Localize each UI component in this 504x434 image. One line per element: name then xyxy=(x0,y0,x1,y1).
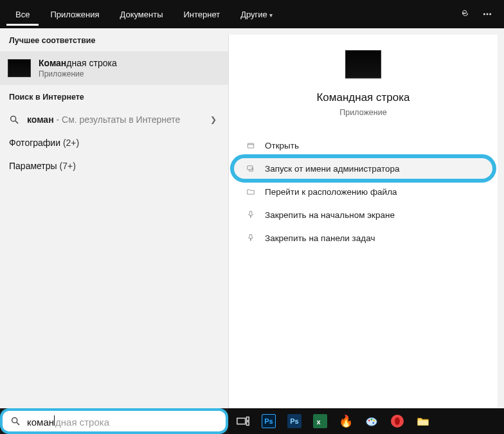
preview-subtitle: Приложение xyxy=(339,108,386,117)
svg-rect-11 xyxy=(237,418,246,424)
more-options-icon[interactable] xyxy=(477,4,498,24)
svg-point-4 xyxy=(490,14,491,15)
svg-line-10 xyxy=(17,422,19,425)
best-match-header: Лучшее соответствие xyxy=(0,28,228,51)
svg-point-1 xyxy=(465,13,466,14)
action-pin-start[interactable]: Закрепить на начальном экране xyxy=(233,203,494,226)
taskbar-app-paint[interactable] xyxy=(363,413,380,429)
svg-rect-13 xyxy=(247,422,249,426)
svg-point-18 xyxy=(371,419,373,420)
opera-icon xyxy=(391,415,404,428)
taskbar: Ps Ps x 🔥 xyxy=(228,408,504,434)
action-open[interactable]: Открыть xyxy=(233,134,494,157)
search-filter-tabs: Все Приложения Документы Интернет Другие xyxy=(0,0,504,28)
search-icon xyxy=(9,114,19,125)
preview-pane: Командная строка Приложение Открыть Запу… xyxy=(228,35,498,408)
taskbar-app-explorer[interactable] xyxy=(415,413,431,429)
text-caret xyxy=(54,415,55,426)
taskbar-app-excel[interactable]: x xyxy=(312,413,328,429)
tab-internet[interactable]: Интернет xyxy=(174,3,229,26)
task-view-button[interactable] xyxy=(235,413,251,429)
taskbar-app-burner[interactable]: 🔥 xyxy=(338,413,354,429)
svg-rect-12 xyxy=(247,417,249,421)
best-match-item[interactable]: Командная строка Приложение xyxy=(0,51,228,85)
preview-actions: Открыть Запуск от имени администратора П… xyxy=(229,129,498,255)
svg-rect-21 xyxy=(418,420,429,425)
search-results-panel: Лучшее соответствие Командная строка При… xyxy=(0,28,504,408)
svg-text:x: x xyxy=(317,418,321,426)
svg-rect-8 xyxy=(248,166,253,170)
svg-point-3 xyxy=(487,14,488,15)
search-typed-text: коман xyxy=(27,417,54,428)
cmd-thumbnail-icon xyxy=(8,59,31,77)
svg-point-17 xyxy=(368,420,370,422)
search-input[interactable]: командная строка xyxy=(0,408,228,434)
results-list: Лучшее соответствие Командная строка При… xyxy=(0,28,228,408)
tab-all[interactable]: Все xyxy=(6,3,39,26)
svg-rect-7 xyxy=(248,143,253,148)
action-open-location[interactable]: Перейти к расположению файла xyxy=(233,180,494,203)
search-icon xyxy=(10,416,21,426)
web-search-header: Поиск в Интернете xyxy=(0,85,228,108)
svg-line-6 xyxy=(15,121,18,123)
pin-start-icon xyxy=(246,210,256,220)
folder-icon xyxy=(416,414,430,428)
taskbar-app-opera[interactable] xyxy=(389,413,406,429)
tab-more[interactable]: Другие xyxy=(231,3,281,26)
admin-icon xyxy=(246,163,256,174)
best-match-title: Командная строка xyxy=(39,58,117,68)
search-suggestion-text: дная строка xyxy=(55,417,109,428)
action-pin-taskbar[interactable]: Закрепить на панели задач xyxy=(233,226,494,249)
best-match-subtitle: Приложение xyxy=(39,69,117,78)
svg-point-19 xyxy=(373,420,375,422)
chevron-right-icon: ❯ xyxy=(210,115,219,124)
palette-icon xyxy=(364,414,379,428)
category-photos[interactable]: Фотографии (2+) xyxy=(0,131,228,154)
category-settings[interactable]: Параметры (7+) xyxy=(0,154,228,177)
action-run-as-admin[interactable]: Запуск от имени администратора xyxy=(233,157,494,180)
svg-point-0 xyxy=(463,13,464,14)
cmd-large-icon xyxy=(345,50,381,78)
tab-apps[interactable]: Приложения xyxy=(41,3,108,26)
svg-point-5 xyxy=(11,116,16,122)
flame-icon: 🔥 xyxy=(339,414,353,428)
taskbar-app-photoshop[interactable]: Ps xyxy=(260,413,277,429)
feedback-icon[interactable] xyxy=(454,4,474,24)
tab-docs[interactable]: Документы xyxy=(111,3,172,26)
folder-icon xyxy=(246,186,256,197)
svg-point-20 xyxy=(372,422,374,424)
taskbar-app-photoshop-alt[interactable]: Ps xyxy=(286,413,303,429)
preview-title: Командная строка xyxy=(316,91,410,104)
svg-point-2 xyxy=(483,14,485,15)
pin-taskbar-icon xyxy=(246,233,256,243)
svg-point-9 xyxy=(12,418,17,423)
open-icon xyxy=(246,140,256,150)
web-search-item[interactable]: коман - См. результаты в Интернете ❯ xyxy=(0,108,228,131)
